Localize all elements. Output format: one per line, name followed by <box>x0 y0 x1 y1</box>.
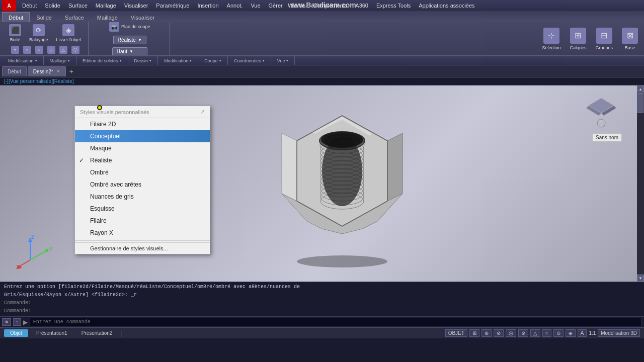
status-snap-btn[interactable]: ⊕ <box>481 329 492 337</box>
menu-vue[interactable]: Vue <box>247 0 264 11</box>
ribbon-tab-maillage[interactable]: Maillage <box>91 12 124 22</box>
dropdown-item-rayonx[interactable]: Rayon X <box>75 227 210 239</box>
section-coupe[interactable]: Coupe▾ <box>198 56 228 65</box>
scrollbar-track[interactable] <box>637 93 644 275</box>
section-maillage[interactable]: Maillage▾ <box>44 56 77 65</box>
status-grid-btn[interactable]: ⊞ <box>469 329 479 337</box>
ribbon-tab-surface[interactable]: Surface <box>58 12 91 22</box>
command-prompt-2: Commande: <box>4 307 640 315</box>
menu-surface[interactable]: Surface <box>64 0 92 11</box>
section-dessin[interactable]: Dessin▾ <box>128 56 158 65</box>
small-btn-3[interactable]: ○ <box>34 45 45 54</box>
dropdown-item-conceptuel[interactable]: Conceptuel <box>75 130 210 142</box>
scrollbar-thumb[interactable] <box>637 93 643 113</box>
scrollbar-up-btn[interactable]: ▲ <box>637 85 644 93</box>
plan-coupe-btn[interactable]: Plan de coupe <box>121 24 150 29</box>
lisser-btn[interactable]: ◈ Lisser l'objet <box>53 23 85 43</box>
status-polar-btn[interactable]: ◎ <box>506 329 516 337</box>
menu-a360[interactable]: A360 <box>351 0 372 11</box>
selection-btn[interactable]: ⊹ Sélection <box>538 26 565 52</box>
menu-maillage[interactable]: Maillage <box>92 0 120 11</box>
status-tab-presentation1[interactable]: Présentation1 <box>30 329 73 337</box>
menu-insertion[interactable]: Insertion <box>193 0 222 11</box>
ribbon-right-group: ⊹ Sélection ⊞ Calques ⊟ Groupes ⊠ Base <box>538 26 642 52</box>
new-tab-button[interactable]: + <box>67 67 76 76</box>
ribbon-tab-debut[interactable]: Début <box>2 12 30 22</box>
section-modelisation[interactable]: Modélisation▾ <box>2 56 44 65</box>
command-prompt-1: Commande: <box>4 299 640 307</box>
section-modification[interactable]: Modification▾ <box>158 56 198 65</box>
menu-sortie[interactable]: Sortie <box>287 0 309 11</box>
section-edition[interactable]: Edition de solides▾ <box>76 56 128 65</box>
right-scrollbar[interactable]: ▲ ▼ <box>637 85 644 282</box>
dropdown-item-nuances-gris[interactable]: Nuances de gris <box>75 191 210 203</box>
small-btn-2[interactable]: ▫ <box>22 45 33 54</box>
dropdown-item-realiste[interactable]: ✓ Réaliste <box>75 154 210 166</box>
cmd-clear-btn[interactable]: ≡ <box>13 318 21 326</box>
ribbon: Début Solide Surface Maillage Visualiser… <box>0 11 644 56</box>
balayage-icon: ⟳ <box>33 24 45 36</box>
status-objet-btn[interactable]: OBJET <box>445 329 467 337</box>
svg-text:X: X <box>16 264 20 270</box>
status-tab-presentation2[interactable]: Présentation2 <box>75 329 119 337</box>
axis-indicator: Z Y X <box>15 235 55 272</box>
status-model-btn[interactable]: Modélisation 3D <box>598 329 640 337</box>
command-input[interactable] <box>30 318 642 326</box>
dropdown-item-ombre[interactable]: Ombré <box>75 166 210 178</box>
viewcube[interactable]: N S <box>584 96 619 131</box>
scrollbar-down-btn[interactable]: ▼ <box>637 275 644 282</box>
menu-express-tools[interactable]: Express Tools <box>372 0 415 11</box>
menu-complements[interactable]: Compléments <box>309 0 351 11</box>
small-btn-4[interactable]: ◇ <box>46 45 57 54</box>
status-tp-btn[interactable]: ⊙ <box>553 329 564 337</box>
view-style-dropdown[interactable]: Réaliste ▼ <box>113 36 146 44</box>
ribbon-tab-visualiser[interactable]: Visualiser <box>124 12 162 22</box>
menu-visualiser[interactable]: Visualiser <box>120 0 152 11</box>
menu-parametrique[interactable]: Paramétrique <box>152 0 193 11</box>
ribbon-group-view: 📷 Plan de coupe Réaliste ▼ Haut ▼ <box>90 22 170 55</box>
dropdown-item-ombre-aretes[interactable]: Ombré avec arêtes <box>75 178 210 191</box>
balayage-btn[interactable]: ⟳ Balayage <box>26 23 51 43</box>
dropdown-item-masque[interactable]: Masqué <box>75 142 210 154</box>
status-tab-objet[interactable]: Objet <box>4 329 28 337</box>
section-vue[interactable]: Vue▾ <box>271 56 295 65</box>
menu-solide[interactable]: Solide <box>41 0 64 11</box>
dropdown-item-filaire2d[interactable]: Filaire 2D <box>75 118 210 130</box>
small-btn-6[interactable]: ⬡ <box>70 45 81 54</box>
small-btn-5[interactable]: △ <box>58 45 69 54</box>
status-lw-btn[interactable]: ≡ <box>542 329 551 337</box>
sansnom-badge: Sans nom <box>592 133 622 142</box>
view-direction-dropdown[interactable]: Haut ▼ <box>112 47 147 55</box>
status-isnap-btn[interactable]: ⊗ <box>518 329 528 337</box>
groupes-btn[interactable]: ⊟ Groupes <box>591 26 617 52</box>
status-dyn-btn[interactable]: △ <box>530 329 540 337</box>
small-btn-1[interactable]: ▪ <box>10 45 21 54</box>
calques-btn[interactable]: ⊞ Calques <box>566 26 590 52</box>
dropdown-separator <box>75 240 210 241</box>
tab-debut[interactable]: Début <box>2 66 27 76</box>
status-ann-btn[interactable]: A <box>578 329 587 337</box>
camera-icon: 📷 <box>109 22 119 32</box>
tab-close-icon[interactable]: ✕ <box>56 69 60 74</box>
svg-point-0 <box>297 255 387 267</box>
svg-point-24 <box>321 132 363 148</box>
status-ortho-btn[interactable]: ⊘ <box>494 329 504 337</box>
dropdown-item-esquisse[interactable]: Esquisse <box>75 203 210 215</box>
menu-gerer[interactable]: Gérer <box>265 0 287 11</box>
dropdown-item-gestionnaire[interactable]: Gestionnaire de styles visuels... <box>75 242 210 254</box>
cmd-prompt-icon: ▶ <box>23 319 28 326</box>
selection-icon: ⊹ <box>543 28 559 44</box>
boite-btn[interactable]: ⬛ Boite <box>6 23 24 43</box>
dropdown-item-filaire[interactable]: Filaire <box>75 215 210 227</box>
base-btn[interactable]: ⊠ Base <box>618 26 642 52</box>
menu-debut[interactable]: Début <box>18 0 41 11</box>
menu-annot[interactable]: Annot. <box>223 0 247 11</box>
tab-dessin2[interactable]: Dessin2* ✕ <box>28 66 66 76</box>
svg-line-41 <box>30 250 48 260</box>
ribbon-tab-solide[interactable]: Solide <box>30 12 58 22</box>
menu-applications[interactable]: Applications associées <box>415 0 478 11</box>
status-sel-btn[interactable]: ◈ <box>566 329 576 337</box>
cmd-close-btn[interactable]: ✕ <box>2 318 11 326</box>
svg-text:S: S <box>600 124 602 127</box>
section-coordonnees[interactable]: Coordonnées▾ <box>228 56 271 65</box>
